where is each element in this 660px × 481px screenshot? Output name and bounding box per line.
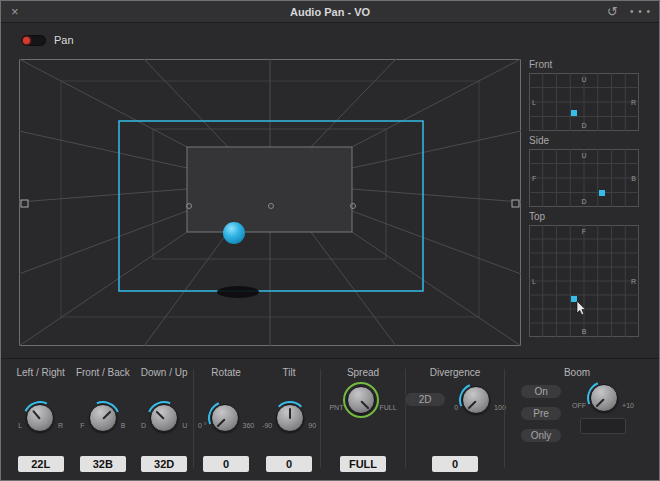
- pan-3d-view[interactable]: [19, 59, 521, 346]
- left-right-label: Left / Right: [17, 365, 65, 378]
- window-title: Audio Pan - VO: [1, 6, 659, 18]
- reset-icon[interactable]: ↺: [607, 4, 618, 19]
- side-view[interactable]: U D F B: [529, 149, 639, 207]
- top-view[interactable]: F B L R: [529, 225, 639, 337]
- pan-position-ball[interactable]: [223, 222, 245, 244]
- divergence-value[interactable]: 0: [432, 456, 478, 472]
- side-view-group: Side U D F: [529, 135, 639, 207]
- front-back-label: Front / Back: [76, 365, 130, 378]
- top-left-label: L: [532, 278, 536, 285]
- left-right-min-label: L: [18, 422, 22, 432]
- toggle-on-dot: [23, 37, 30, 44]
- front-view-group: Front U D L: [529, 59, 639, 131]
- side-bottom-label: D: [581, 198, 586, 205]
- rotate-knob[interactable]: [211, 404, 239, 432]
- rotate-tilt-section: Rotate 0 ° 360 0 Tilt -90 90 0: [194, 365, 320, 472]
- close-button[interactable]: ×: [11, 5, 19, 18]
- divergence-2d-button[interactable]: 2D: [404, 392, 446, 407]
- side-left-label: F: [532, 175, 536, 182]
- tilt-value[interactable]: 0: [266, 456, 312, 472]
- rotate-label: Rotate: [211, 365, 240, 378]
- screen-rect: [187, 147, 352, 232]
- tilt-label: Tilt: [283, 365, 296, 378]
- spread-knob[interactable]: [347, 386, 375, 414]
- front-back-knob[interactable]: [89, 404, 117, 432]
- boom-pre-button[interactable]: Pre: [520, 406, 562, 421]
- boom-only-button[interactable]: Only: [520, 428, 562, 443]
- spread-ring: [343, 382, 379, 418]
- position-section: Left / Right L R 22L Front / Back F B 32…: [11, 365, 193, 472]
- top-top-label: F: [582, 228, 586, 235]
- front-back-max-label: B: [121, 422, 126, 432]
- left-right-group: Left / Right L R 22L: [17, 365, 65, 472]
- front-back-group: Front / Back F B 32B: [76, 365, 130, 472]
- tilt-min-label: -90: [262, 422, 272, 432]
- spread-section: Spread PNT FULL FULL: [321, 365, 405, 472]
- titlebar: × Audio Pan - VO ↺ • • •: [1, 1, 659, 23]
- spread-min-label: PNT: [329, 404, 343, 414]
- divergence-knob[interactable]: [462, 386, 490, 414]
- front-back-knob-arc: [80, 396, 124, 440]
- pan-ball-shadow: [217, 286, 259, 298]
- controls-panel: Left / Right L R 22L Front / Back F B 32…: [1, 359, 659, 480]
- down-up-min-label: D: [141, 422, 146, 432]
- front-back-min-label: F: [80, 422, 84, 432]
- boom-max-label: +10: [622, 402, 634, 412]
- pan-toggle[interactable]: [21, 35, 46, 46]
- boom-knob-arc: [582, 376, 626, 420]
- left-handle[interactable]: [21, 200, 28, 207]
- front-bottom-label: D: [581, 122, 586, 129]
- divergence-min-label: 0: [454, 404, 458, 414]
- side-right-label: B: [631, 175, 636, 182]
- spread-label: Spread: [347, 365, 379, 378]
- rotate-min-label: 0 °: [198, 422, 207, 432]
- top-position-marker[interactable]: [571, 296, 577, 302]
- pan-toggle-row: Pan: [21, 33, 659, 47]
- front-top-label: U: [581, 76, 586, 83]
- divergence-section: Divergence 2D 0 100 0: [406, 365, 504, 472]
- spread-max-label: FULL: [379, 404, 396, 414]
- top-view-title: Top: [529, 211, 639, 223]
- side-position-marker[interactable]: [599, 190, 605, 196]
- boom-on-button[interactable]: On: [520, 384, 562, 399]
- rotate-max-label: 360: [243, 422, 255, 432]
- boom-label: Boom: [564, 365, 590, 378]
- mini-views-column: Front U D L: [529, 59, 639, 346]
- rotate-group: Rotate 0 ° 360 0: [198, 365, 254, 472]
- front-view[interactable]: U D L R: [529, 73, 639, 131]
- boom-knob[interactable]: [590, 384, 618, 412]
- divergence-knob-arc: [454, 378, 498, 422]
- front-back-value[interactable]: 32B: [80, 456, 126, 472]
- tilt-knob-arc: [273, 401, 307, 435]
- down-up-value[interactable]: 32D: [141, 456, 187, 472]
- top-view-group: Top F: [529, 211, 639, 337]
- down-up-knob-arc: [142, 396, 186, 440]
- boom-section: Boom On Pre Only OFF +10: [505, 365, 649, 472]
- front-position-marker[interactable]: [571, 110, 577, 116]
- boom-min-label: OFF: [572, 402, 586, 412]
- spread-value[interactable]: FULL: [340, 456, 386, 472]
- left-right-knob[interactable]: [26, 404, 54, 432]
- tilt-max-label: 90: [308, 422, 316, 432]
- options-menu-icon[interactable]: • • •: [630, 6, 651, 17]
- down-up-group: Down / Up D U 32D: [141, 365, 188, 472]
- down-up-knob[interactable]: [150, 404, 178, 432]
- left-right-knob-arc: [18, 396, 62, 440]
- divergence-label: Divergence: [430, 365, 481, 378]
- front-view-title: Front: [529, 59, 639, 71]
- rotate-value[interactable]: 0: [203, 456, 249, 472]
- front-right-label: R: [631, 99, 636, 106]
- side-view-title: Side: [529, 135, 639, 147]
- left-right-value[interactable]: 22L: [18, 456, 64, 472]
- top-right-label: R: [631, 278, 636, 285]
- side-top-label: U: [581, 152, 586, 159]
- right-handle[interactable]: [512, 200, 519, 207]
- tilt-group: Tilt -90 90 0: [262, 365, 316, 472]
- down-up-label: Down / Up: [141, 365, 188, 378]
- left-right-max-label: R: [58, 422, 63, 432]
- boom-value[interactable]: [580, 418, 626, 434]
- main-area: Front U D L: [1, 59, 659, 346]
- pan-toggle-label: Pan: [54, 34, 74, 46]
- front-left-label: L: [532, 99, 536, 106]
- tilt-knob[interactable]: [276, 404, 304, 432]
